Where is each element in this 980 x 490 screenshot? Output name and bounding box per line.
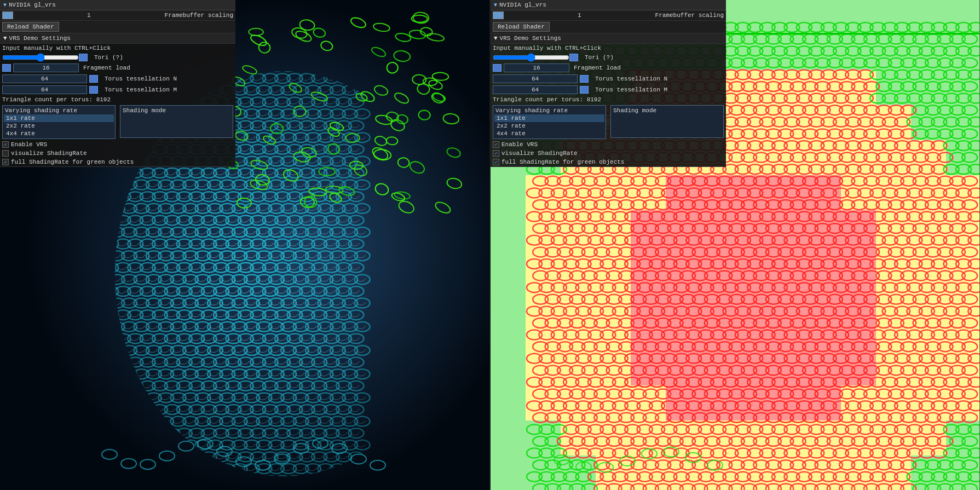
right-mode-listbox: Shading mode [610, 105, 724, 138]
right-settings-panel: Input manually with CTRL+Click Tori (?) … [491, 44, 726, 167]
right-checkbox-visualize: visualize ShadingRate [491, 149, 726, 158]
left-checkbox-full-box[interactable] [2, 159, 9, 165]
right-fragment-input[interactable] [504, 64, 569, 72]
right-title-arrow: ▼ [494, 2, 497, 8]
left-checkbox-full-label: full ShadingRate for green objects [11, 159, 134, 165]
left-fragment-swatch[interactable] [2, 64, 11, 72]
left-tori-label: Tori (?) [94, 54, 123, 61]
right-checkbox-full-label: full ShadingRate for green objects [501, 159, 624, 165]
left-input-hint: Input manually with CTRL+Click [0, 44, 235, 53]
right-tori-slider[interactable] [493, 54, 569, 61]
right-titlebar: ▼ NVIDIA gl_vrs [491, 0, 726, 10]
left-titlebar: ▼ NVIDIA gl_vrs [0, 0, 235, 10]
left-tess-n-swatch[interactable] [89, 75, 98, 83]
left-tori-row: Tori (?) [0, 53, 235, 62]
left-tori-slider[interactable] [2, 54, 79, 61]
left-title-arrow: ▼ [3, 2, 7, 8]
left-triangle-count: Triangle count per torus: 8192 [0, 95, 235, 104]
right-toolbar: 1 Framebuffer scaling [491, 10, 726, 21]
right-tess-n-input[interactable] [493, 74, 578, 83]
right-fragment-swatch[interactable] [493, 64, 501, 72]
left-checkbox-visualize: visualize ShadingRate [0, 149, 235, 158]
left-tess-m-label: Torus tessellation M [105, 87, 177, 93]
right-tess-m-input[interactable] [493, 85, 578, 94]
right-checkbox-vrs-label: Enable VRS [501, 141, 538, 148]
left-checkbox-vrs-label: Enable VRS [11, 141, 47, 148]
left-rate-1x1[interactable]: 1x1 rate [4, 114, 114, 122]
right-tess-m-swatch[interactable] [580, 86, 589, 94]
left-reload-button[interactable]: Reload Shader [2, 22, 59, 32]
left-tori-swatch[interactable] [79, 54, 88, 61]
right-tori-label: Tori (?) [585, 54, 614, 61]
left-section-header: ▼ VRS Demo Settings [0, 33, 235, 44]
right-fragment-label: Fragment load [574, 65, 621, 71]
right-checkbox-visualize-label: visualize ShadingRate [501, 150, 578, 157]
right-tess-m-label: Torus tessellation M [595, 87, 667, 93]
left-shading-columns: Varying shading rate 1x1 rate 2x2 rate 4… [0, 104, 235, 140]
left-mode-header: Shading mode [122, 107, 232, 114]
right-framebuffer-label: Framebuffer scaling [655, 12, 724, 19]
left-mode-listbox: Shading mode [120, 105, 233, 138]
left-color-swatch[interactable] [2, 11, 13, 19]
left-rate-4x4[interactable]: 4x4 rate [4, 130, 114, 137]
left-rate-2x2[interactable]: 2x2 rate [4, 122, 114, 130]
right-checkbox-full: full ShadingRate for green objects [491, 158, 726, 166]
right-section-header: ▼ VRS Demo Settings [491, 33, 726, 44]
left-framebuffer-label: Framebuffer scaling [165, 12, 233, 19]
left-tess-n-label: Torus tessellation N [105, 76, 177, 82]
right-color-swatch[interactable] [493, 11, 504, 19]
right-tori-swatch[interactable] [569, 54, 578, 61]
left-title-text: NVIDIA gl_vrs [9, 2, 56, 8]
left-shading-header: Varying shading rate [4, 107, 114, 114]
left-fragment-input[interactable] [13, 64, 79, 72]
right-shading-header: Varying shading rate [494, 107, 604, 114]
left-number: 1 [18, 12, 160, 19]
left-checkbox-vrs-box[interactable] [2, 141, 9, 148]
left-section-title: VRS Demo Settings [9, 35, 71, 42]
right-rate-4x4[interactable]: 4x4 rate [494, 130, 604, 137]
right-shading-listbox: Varying shading rate 1x1 rate 2x2 rate 4… [493, 105, 606, 139]
right-tess-n-row: Torus tessellation N [491, 73, 726, 84]
right-number: 1 [508, 12, 651, 19]
left-mode-col: Shading mode [118, 104, 235, 140]
right-rate-2x2[interactable]: 2x2 rate [494, 122, 604, 130]
left-panel: Rendered by canvas ▼ NVIDIA gl_vrs 1 Fra… [0, 0, 489, 490]
right-panel: ▼ NVIDIA gl_vrs 1 Framebuffer scaling Re… [491, 0, 980, 490]
left-checkbox-vrs: Enable VRS [0, 140, 235, 149]
left-tess-n-row: Torus tessellation N [0, 73, 235, 84]
left-checkbox-visualize-label: visualize ShadingRate [11, 150, 87, 157]
right-section-arrow: ▼ [494, 35, 498, 42]
left-shading-col: Varying shading rate 1x1 rate 2x2 rate 4… [0, 104, 118, 140]
left-tess-m-swatch[interactable] [89, 86, 98, 94]
left-fragment-row: Fragment load [0, 62, 235, 73]
left-checkbox-full: full ShadingRate for green objects [0, 158, 235, 166]
right-title-text: NVIDIA gl_vrs [499, 2, 546, 8]
right-checkbox-full-box[interactable] [493, 159, 499, 165]
right-shading-columns: Varying shading rate 1x1 rate 2x2 rate 4… [491, 104, 726, 140]
right-input-hint: Input manually with CTRL+Click [491, 44, 726, 53]
left-checkbox-visualize-box[interactable] [2, 150, 9, 157]
right-checkbox-vrs-box[interactable] [493, 141, 499, 148]
right-reload-button[interactable]: Reload Shader [493, 22, 550, 32]
right-checkbox-visualize-box[interactable] [493, 150, 499, 157]
right-triangle-count: Triangle count per torus: 8192 [491, 95, 726, 104]
right-mode-col: Shading mode [608, 104, 726, 140]
right-tess-n-label: Torus tessellation N [595, 76, 667, 82]
left-section-arrow: ▼ [3, 35, 7, 42]
right-rate-1x1[interactable]: 1x1 rate [494, 114, 604, 122]
right-ui-overlay: ▼ NVIDIA gl_vrs 1 Framebuffer scaling Re… [491, 0, 726, 167]
right-shading-col: Varying shading rate 1x1 rate 2x2 rate 4… [491, 104, 608, 140]
left-fragment-label: Fragment load [83, 65, 130, 71]
left-shading-listbox: Varying shading rate 1x1 rate 2x2 rate 4… [2, 105, 116, 139]
left-ui-overlay: ▼ NVIDIA gl_vrs 1 Framebuffer scaling Re… [0, 0, 235, 167]
right-section-title: VRS Demo Settings [500, 35, 561, 42]
right-tori-row: Tori (?) [491, 53, 726, 62]
right-mode-header: Shading mode [612, 107, 722, 114]
left-tess-m-input[interactable] [2, 85, 87, 94]
right-tess-n-swatch[interactable] [580, 75, 589, 83]
right-tess-m-row: Torus tessellation M [491, 84, 726, 95]
left-tess-n-input[interactable] [2, 74, 87, 83]
right-fragment-row: Fragment load [491, 62, 726, 73]
left-tess-m-row: Torus tessellation M [0, 84, 235, 95]
right-checkbox-vrs: Enable VRS [491, 140, 726, 149]
